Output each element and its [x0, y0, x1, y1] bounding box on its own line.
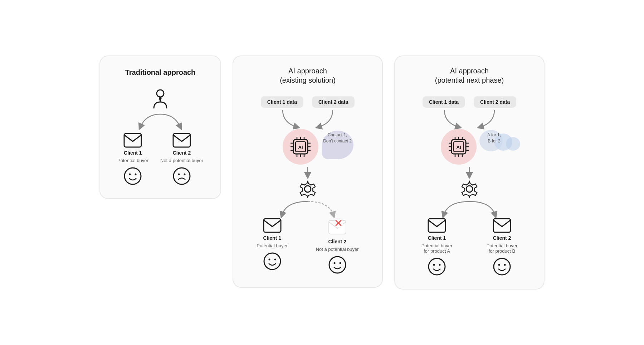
client2-data-tag-next: Client 2 data: [474, 96, 516, 108]
ai-next-title-main: AI approach: [435, 66, 504, 76]
bubble-text-existing: Contact 1,Don't contact 2: [323, 132, 352, 144]
bubble-text-next: A for 1,B for 2: [480, 132, 508, 144]
svg-rect-7: [173, 133, 190, 147]
svg-rect-28: [264, 219, 281, 232]
blue-blob-3-next: [506, 137, 520, 151]
svg-marker-2: [159, 97, 162, 101]
svg-point-8: [174, 168, 190, 184]
happy-face-existing-c1: [263, 252, 282, 271]
svg-point-5: [129, 174, 131, 175]
svg-point-27: [304, 186, 311, 192]
svg-point-38: [339, 262, 341, 264]
client2-data-tag-existing: Client 2 data: [312, 96, 355, 108]
happy-face-client1: [123, 167, 142, 185]
svg-rect-56: [428, 219, 445, 232]
client2-traditional: Client 2 Not a potential buyer: [160, 133, 203, 185]
gear-to-clients-existing: [258, 200, 358, 218]
mail-icon-client2: [172, 133, 191, 148]
svg-point-10: [184, 174, 186, 175]
clients-row-traditional: Client 1 Potential buyer: [117, 133, 203, 185]
svg-text:AI: AI: [457, 145, 461, 150]
svg-point-61: [494, 258, 510, 275]
svg-point-55: [466, 186, 473, 192]
gear-icon-existing: [298, 179, 317, 199]
mail-icon-next-c2: [493, 218, 511, 233]
mail-icon-existing-c1: [263, 218, 282, 233]
client1-data-tag-next: Client 1 data: [423, 96, 465, 108]
svg-point-31: [274, 259, 276, 261]
svg-rect-3: [124, 133, 141, 147]
ai-chip-next: AI: [446, 134, 472, 160]
svg-point-6: [135, 174, 137, 175]
svg-point-9: [178, 174, 180, 175]
traditional-title: Traditional approach: [125, 68, 196, 77]
svg-text:AI: AI: [298, 145, 303, 150]
ai-chip-existing: AI: [288, 134, 313, 160]
mail-icon-client1: [123, 133, 142, 148]
client2-existing-sub: Not a potential buyer: [316, 247, 359, 252]
svg-point-58: [433, 264, 435, 266]
traditional-content: Client 1 Potential buyer: [110, 88, 210, 185]
svg-point-62: [498, 264, 500, 266]
ai-existing-panel: AI approach (existing solution) Client 1…: [233, 55, 383, 288]
svg-point-4: [125, 168, 141, 184]
ai-next-panel: AI approach (potential next phase) Clien…: [394, 55, 545, 290]
client1-next-label: Client 1: [428, 235, 446, 241]
mail-icon-next-c1: [428, 218, 446, 233]
ai-existing-tags: Client 1 data Client 2 data: [261, 96, 355, 108]
happy-face-next-c2: [493, 257, 511, 276]
client1-next-sub: Potential buyerfor product A: [421, 243, 453, 254]
svg-point-63: [504, 264, 506, 266]
client2-traditional-label: Client 2: [173, 150, 191, 156]
ai-existing-title-main: AI approach: [280, 66, 336, 76]
client1-traditional-sub: Potential buyer: [117, 158, 148, 163]
clients-bottom-next: Client 1 Potential buyerfor product A Cl…: [404, 218, 535, 276]
ai-existing-subtitle: (existing solution): [280, 76, 336, 85]
clients-bottom-existing: Client 1 Potential buyer: [242, 218, 374, 274]
gear-to-clients-next: [419, 200, 519, 218]
tag-to-chip-arrows-next: [412, 108, 527, 130]
client2-next: Client 2 Potential buyerfor product B: [487, 218, 518, 276]
chip-to-gear-arrow-next: [466, 167, 473, 179]
client1-next: Client 1 Potential buyerfor product A: [421, 218, 453, 276]
client1-data-tag-existing: Client 1 data: [261, 96, 303, 108]
no-mail-existing: [327, 218, 348, 237]
ai-next-tags: Client 1 data Client 2 data: [423, 96, 517, 108]
person-icon: [150, 88, 170, 111]
svg-point-36: [329, 257, 346, 273]
client2-existing-label: Client 2: [328, 239, 346, 244]
client2-existing: Client 2 Not a potential buyer: [316, 218, 359, 274]
client2-next-sub: Potential buyerfor product B: [487, 243, 518, 254]
ai-next-title: AI approach (potential next phase): [435, 66, 504, 85]
svg-point-29: [264, 253, 280, 269]
client2-next-label: Client 2: [493, 235, 511, 241]
ai-chip-area-next: AI A for 1,B for 2: [419, 127, 519, 166]
svg-rect-60: [493, 219, 511, 232]
ai-existing-title: AI approach (existing solution): [280, 66, 336, 85]
sad-face-client2: [172, 167, 191, 185]
traditional-panel: Traditional approach: [99, 55, 221, 199]
svg-point-37: [333, 262, 335, 264]
svg-point-30: [268, 259, 270, 261]
branch-arrows-traditional: [121, 113, 200, 130]
ai-next-subtitle: (potential next phase): [435, 76, 504, 85]
svg-point-0: [157, 90, 164, 97]
happy-face-next-c1: [428, 257, 446, 276]
tag-to-chip-arrows-existing: [250, 108, 365, 130]
svg-point-57: [429, 258, 445, 275]
client1-traditional: Client 1 Potential buyer: [117, 133, 148, 185]
ai-chip-area-existing: AI Contact 1,Don't contact 2: [261, 127, 354, 166]
chip-to-gear-arrow-existing: [304, 167, 311, 179]
happy-face-existing-c2: [328, 256, 347, 274]
client1-existing-label: Client 1: [263, 235, 281, 241]
client2-traditional-sub: Not a potential buyer: [160, 158, 203, 163]
client1-traditional-label: Client 1: [124, 150, 142, 156]
client1-existing-sub: Potential buyer: [257, 243, 288, 248]
client1-existing: Client 1 Potential buyer: [257, 218, 288, 274]
gear-icon-next: [460, 179, 479, 199]
svg-point-59: [439, 264, 440, 266]
